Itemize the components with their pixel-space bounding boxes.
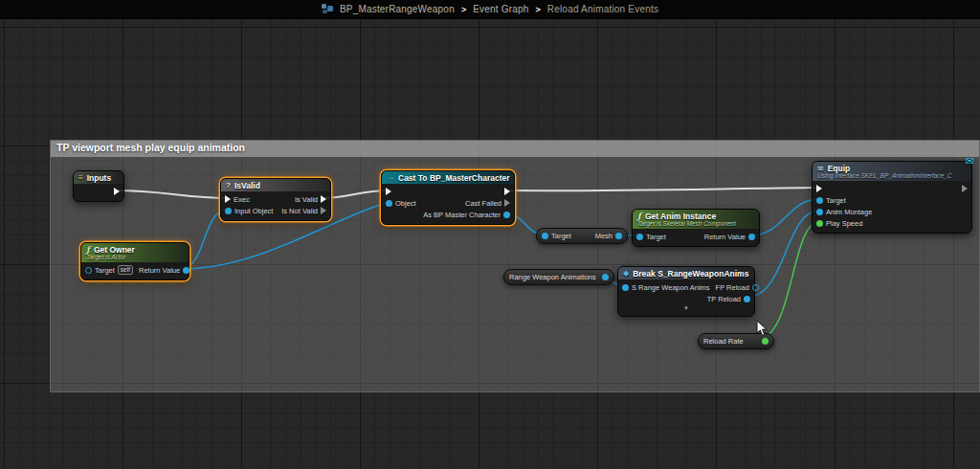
- variable-label: Reload Rate: [703, 337, 744, 346]
- node-title: Inputs: [87, 173, 112, 183]
- tunnel-icon: ≡: [78, 173, 83, 182]
- node-inputs[interactable]: ≡ Inputs: [73, 170, 124, 202]
- node-subtitle: Using Interface SKEL_BP_AnimationInterfa…: [817, 172, 967, 179]
- chevron-right-icon: >: [461, 5, 466, 14]
- node-subtitle: Target is Skeletal Mesh Component: [637, 220, 754, 227]
- node-equip[interactable]: ✉ ✉ Equip Using Interface SKEL_BP_Animat…: [812, 161, 972, 234]
- pin-cast-failed[interactable]: Cast Failed: [465, 199, 510, 208]
- chevron-right-icon: >: [536, 5, 541, 14]
- exec-pin-icon: [321, 207, 326, 214]
- node-range-weapon-animations[interactable]: Range Weapon Animations: [503, 269, 614, 285]
- object-pin-icon: [542, 233, 548, 239]
- breadcrumb: BP_MasterRangeWeapon > Event Graph > Rel…: [0, 0, 980, 19]
- node-cast-bp-mastercharacter[interactable]: → Cast To BP_MasterCharacter Object Cast…: [381, 170, 515, 225]
- breadcrumb-asset[interactable]: BP_MasterRangeWeapon: [340, 4, 455, 14]
- exec-pin-icon: [504, 188, 510, 195]
- collapse-arrow-icon[interactable]: ▼: [622, 304, 750, 312]
- question-icon: ?: [226, 181, 231, 190]
- object-pin-icon: [748, 234, 755, 240]
- breadcrumb-section[interactable]: Reload Animation Events: [547, 4, 658, 14]
- pin-target[interactable]: Target: [816, 196, 846, 205]
- exec-pin-icon: [321, 195, 326, 203]
- object-pin-icon: [225, 208, 232, 214]
- object-pin-icon: [816, 197, 823, 204]
- exec-pin-icon: [114, 188, 120, 195]
- node-title: IsValid: [234, 181, 260, 190]
- object-pin-icon: [744, 296, 750, 302]
- pin-return-value[interactable]: Return Value: [139, 266, 189, 275]
- object-pin-icon: [752, 284, 759, 291]
- pin-play-speed[interactable]: Play Speed: [816, 219, 862, 228]
- node-subtitle: Target is Actor: [86, 254, 184, 260]
- breadcrumb-graph[interactable]: Event Graph: [473, 4, 528, 14]
- exec-pin-icon: [962, 185, 968, 192]
- exec-pin-icon: [504, 199, 510, 207]
- blueprint-icon: [322, 4, 333, 14]
- node-isvalid[interactable]: ? IsValid Exec Is Valid Input Object Is …: [220, 178, 331, 221]
- pin-is-valid[interactable]: Is Valid: [295, 195, 326, 204]
- pin-as-bp-master-character[interactable]: As BP Master Character: [423, 211, 510, 219]
- node-mesh-getter[interactable]: Target Mesh: [536, 228, 628, 244]
- pin-return-value[interactable]: Return Value: [704, 233, 755, 241]
- pin-is-not-valid[interactable]: Is Not Valid: [281, 207, 326, 215]
- pin-target[interactable]: Target: [542, 232, 571, 240]
- pin-mesh-out[interactable]: Mesh: [595, 232, 622, 240]
- pin-target[interactable]: Target: [636, 233, 666, 241]
- exec-pin-icon: [386, 188, 391, 195]
- self-literal[interactable]: self: [118, 265, 133, 275]
- object-pin-icon: [615, 233, 622, 239]
- pin-fp-reload[interactable]: FP Reload: [716, 283, 759, 292]
- message-icon: ✉: [966, 155, 974, 168]
- node-get-owner[interactable]: ƒ Get Owner Target is Actor Targetself R…: [80, 242, 189, 280]
- break-struct-icon: ◆: [623, 269, 629, 278]
- object-pin-icon: [386, 200, 392, 207]
- node-title: Cast To BP_MasterCharacter: [398, 173, 510, 183]
- variable-label: Range Weapon Animations: [509, 273, 596, 281]
- pin-exec-in[interactable]: [386, 188, 391, 195]
- object-pin-icon: [85, 267, 92, 274]
- pin-exec-in[interactable]: Exec: [225, 195, 250, 204]
- pin-object[interactable]: Object: [386, 199, 416, 208]
- pin-input-object[interactable]: Input Object: [225, 207, 273, 215]
- object-pin-icon: [636, 234, 643, 240]
- pin-exec-out[interactable]: [504, 188, 510, 195]
- object-pin-icon: [503, 212, 510, 218]
- object-pin-icon: [816, 209, 823, 215]
- mouse-cursor: [756, 320, 769, 341]
- object-pin-icon: [183, 267, 189, 274]
- exec-pin-icon: [816, 185, 822, 192]
- float-pin-icon: [816, 220, 823, 227]
- pin-s-range-weapon-anims[interactable]: S Range Weapon Anims: [622, 283, 710, 292]
- pin-exec-in[interactable]: [816, 185, 822, 192]
- exec-pin-icon: [225, 195, 231, 203]
- pin-exec-out[interactable]: [962, 185, 968, 192]
- pin-exec-out[interactable]: [114, 188, 120, 195]
- node-get-anim-instance[interactable]: ƒ Get Anim Instance Target is Skeletal M…: [632, 209, 760, 247]
- comment-title[interactable]: TP viewport mesh play equip animation: [51, 141, 979, 157]
- struct-pin-icon: [622, 284, 629, 291]
- blueprint-graph-canvas[interactable]: BP_MasterRangeWeapon > Event Graph > Rel…: [0, 0, 980, 469]
- pin-anim-montage[interactable]: Anim Montage: [816, 208, 872, 216]
- cast-icon: →: [387, 173, 394, 182]
- struct-pin-icon[interactable]: [602, 274, 609, 280]
- pin-tp-reload[interactable]: TP Reload: [707, 295, 750, 303]
- pin-target[interactable]: Targetself: [85, 265, 133, 275]
- node-title: Break S_RangeWeaponAnims: [633, 269, 748, 279]
- node-break-s-rangeweaponanims[interactable]: ◆ Break S_RangeWeaponAnims S Range Weapo…: [617, 266, 755, 317]
